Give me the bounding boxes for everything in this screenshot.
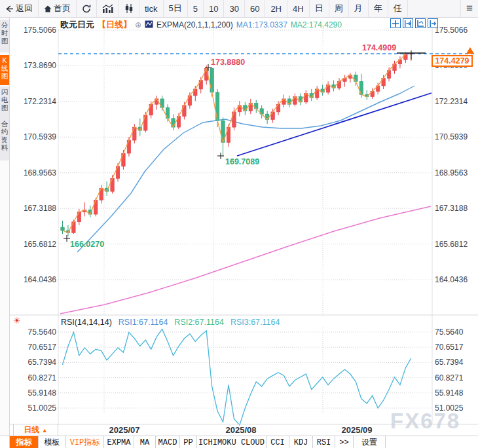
interval-year-button[interactable]: 年 xyxy=(369,0,388,17)
price-arrow-icon xyxy=(466,47,474,54)
tab-templates[interactable]: 模板 xyxy=(39,436,66,448)
ma-lines xyxy=(60,86,432,314)
indicator-expma-button[interactable]: EXPMA xyxy=(104,436,134,448)
sun-icon[interactable]: ☀ xyxy=(13,316,21,326)
crosshair-icon[interactable] xyxy=(390,18,401,28)
pan-right-icon[interactable] xyxy=(428,18,438,28)
indicator-cci-button[interactable]: CCI xyxy=(267,436,289,448)
fit-horizontal-icon[interactable] xyxy=(403,18,413,28)
period-up-arrow-icon: ▲ xyxy=(42,427,48,434)
ma2-value: MA2:174.4290 xyxy=(291,20,342,29)
indicator-toolbar: 指标 模板 VIP指标 EXPMA MA MACD PP ICHIMOKU CL… xyxy=(0,436,478,448)
home-button[interactable]: 首页 xyxy=(39,0,77,17)
svg-text:75.5640: 75.5640 xyxy=(28,327,57,337)
indicator-rsi-button[interactable]: RSI xyxy=(313,436,335,448)
menu-icon: ≡ xyxy=(466,2,473,15)
svg-text:70.6517: 70.6517 xyxy=(28,343,57,352)
h4-label: 4H xyxy=(293,4,304,14)
interval-week-button[interactable]: 周 xyxy=(329,0,349,17)
five-day-label: 5日 xyxy=(169,3,182,14)
last-price-tag: 174.4279 xyxy=(432,55,473,67)
svg-text:165.6812: 165.6812 xyxy=(435,240,468,249)
tab-indicators[interactable]: 指标 xyxy=(10,436,39,448)
sidebar-item-lightning-chart[interactable]: 闪电图 xyxy=(0,86,9,119)
svg-text:60.8271: 60.8271 xyxy=(435,373,464,383)
interval-5m-button[interactable]: 5 xyxy=(188,0,204,17)
interval-30m-button[interactable]: 30 xyxy=(224,0,244,17)
back-arrow-icon xyxy=(5,5,14,12)
menu-button[interactable]: ≡ xyxy=(460,0,478,17)
top-toolbar: 返回 首页 tick 5日 5 10 30 60 2H 4H 日 周 月 年 任… xyxy=(0,0,478,18)
indicator-kdj-button[interactable]: KDJ xyxy=(289,436,313,448)
line-chart-button[interactable] xyxy=(97,0,119,17)
svg-text:168.9563: 168.9563 xyxy=(435,168,468,177)
interval-day-button[interactable]: 日 xyxy=(310,0,329,17)
svg-text:70.6517: 70.6517 xyxy=(435,343,464,352)
svg-text:65.7394: 65.7394 xyxy=(435,358,464,367)
period-label: 日线 xyxy=(24,425,39,434)
custom-label: 任 xyxy=(394,3,402,14)
interval-60m-button[interactable]: 60 xyxy=(245,0,265,17)
period-tag: 【日线】 xyxy=(98,19,132,31)
tick-label: tick xyxy=(145,4,158,14)
interval-custom-button[interactable]: 任 xyxy=(388,0,408,17)
month-label: 月 xyxy=(354,3,363,14)
interval-tick-button[interactable]: tick xyxy=(139,0,164,17)
interval-2h-button[interactable]: 2H xyxy=(265,0,287,17)
day-label: 日 xyxy=(315,3,323,14)
annotations: 173.8880174.4909169.7089166.0270 xyxy=(70,43,396,249)
back-button[interactable]: 返回 xyxy=(0,0,39,17)
candlestick-button[interactable] xyxy=(119,0,139,17)
axis-labels: 175.5066175.5066173.8690173.8690172.2314… xyxy=(24,26,468,435)
week-label: 周 xyxy=(335,3,343,14)
m30-label: 30 xyxy=(229,4,238,14)
chart-tools xyxy=(390,18,438,28)
m60-label: 60 xyxy=(250,4,259,14)
vip-indicators-button[interactable]: VIP指标 xyxy=(66,436,104,448)
swing-markers xyxy=(64,50,426,242)
indicator-name: EXPMA(20,1,1,1,200) xyxy=(156,20,233,29)
indicator-pp-button[interactable]: PP xyxy=(180,436,197,448)
expma-line xyxy=(63,54,411,233)
interval-4h-button[interactable]: 4H xyxy=(287,0,310,17)
rsi1-value: RSI1:67.1164 xyxy=(119,318,168,327)
svg-text:168.9563: 168.9563 xyxy=(24,168,56,177)
sidebar-item-kline-chart[interactable]: K线图 xyxy=(0,55,9,85)
rsi-series xyxy=(63,329,411,425)
rsi-name: RSI(14,14,14) xyxy=(61,318,112,327)
chart-canvas[interactable]: 175.5066175.5066173.8690173.8690172.2314… xyxy=(0,0,478,448)
svg-text:166.0270: 166.0270 xyxy=(70,240,104,249)
svg-text:51.0025: 51.0025 xyxy=(28,403,57,413)
svg-text:172.2314: 172.2314 xyxy=(24,97,56,106)
settings-button[interactable]: 设置 xyxy=(354,436,386,448)
svg-text:60.8271: 60.8271 xyxy=(28,373,57,383)
fit-vertical-icon[interactable] xyxy=(415,18,426,28)
candlestick-series xyxy=(61,52,413,236)
svg-text:51.0025: 51.0025 xyxy=(435,403,464,413)
sidebar-item-contract-info[interactable]: 合约资料 xyxy=(0,119,9,160)
refresh-icon xyxy=(82,5,91,13)
bbar-spacer xyxy=(0,436,10,448)
indicator-ma-button[interactable]: MA xyxy=(134,436,156,448)
svg-text:167.3188: 167.3188 xyxy=(24,204,56,213)
svg-text:164.0436: 164.0436 xyxy=(435,275,468,284)
year-label: 年 xyxy=(374,3,382,14)
interval-month-button[interactable]: 月 xyxy=(349,0,369,17)
indicator-chip-icon[interactable] xyxy=(145,20,153,30)
period-selector[interactable]: 日线 ▲ xyxy=(13,424,58,436)
line-chart-icon xyxy=(102,5,113,13)
interval-10m-button[interactable]: 10 xyxy=(204,0,224,17)
svg-text:55.9148: 55.9148 xyxy=(28,388,57,398)
sidebar-item-time-chart[interactable]: 分时图 xyxy=(0,20,9,52)
more-indicators-button[interactable]: >> xyxy=(335,436,354,448)
plus-circle-icon[interactable]: ⊕ xyxy=(135,20,141,29)
h2-label: 2H xyxy=(270,4,282,14)
svg-text:169.7089: 169.7089 xyxy=(225,157,259,166)
indicator-ichimoku-button[interactable]: ICHIMOKU CLOUD xyxy=(197,436,267,448)
xaxis-row: 日线 ▲ xyxy=(9,424,478,436)
rsi2-value: RSI2:67.1164 xyxy=(174,318,224,327)
bbar-filler xyxy=(386,436,478,448)
refresh-button[interactable] xyxy=(77,0,97,17)
interval-5day-button[interactable]: 5日 xyxy=(164,0,188,17)
indicator-macd-button[interactable]: MACD xyxy=(156,436,180,448)
